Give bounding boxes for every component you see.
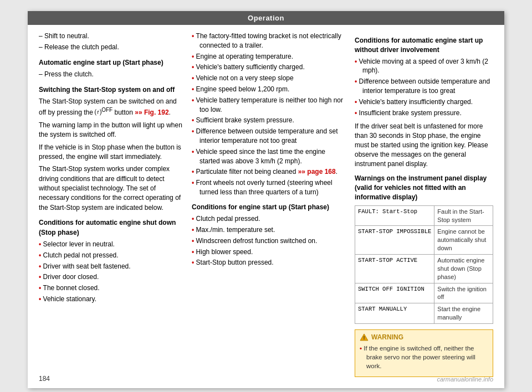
sp-bullet-2: Max./min. temperature set. — [192, 225, 346, 235]
intro-dash-items: Shift to neutral. Release the clutch ped… — [39, 32, 183, 53]
switching-section: Switching the Start-Stop system on and o… — [39, 85, 183, 213]
table-code-1: START-STOP IMPOSSIBLE — [355, 226, 434, 255]
header-bar: Operation — [28, 11, 504, 25]
switching-para-2: The warning lamp in the button will ligh… — [39, 121, 183, 140]
mid-bullet-5: Engine speed below 1,200 rpm. — [192, 85, 346, 94]
right-bullet-4: Insufficient brake system pressure. — [355, 109, 493, 118]
watermark: carmanualonline.info — [437, 376, 493, 383]
fig-ref-2: »» page 168 — [298, 168, 336, 176]
right-bullet-3: Vehicle's battery insufficiently charged… — [355, 97, 493, 107]
table-desc-3: Switch the ignition off — [434, 283, 493, 303]
start-phase-section: Conditions for engine start up (Start ph… — [192, 203, 346, 267]
stop-bullet-5: The bonnet closed. — [39, 283, 183, 293]
stop-bullet-1: Selector lever in neutral. — [39, 240, 183, 249]
start-phase-heading: Conditions for engine start up (Start ph… — [192, 203, 346, 212]
mid-bullet-2: Engine at operating temperature. — [192, 52, 346, 61]
mid-bullet-3: Vehicle's battery sufficiently charged. — [192, 63, 346, 72]
dash-item-1: Shift to neutral. — [39, 32, 183, 41]
stop-phase-heading: Conditions for automatic engine shut dow… — [39, 218, 183, 238]
right-bullet-2: Difference between outside temperature a… — [355, 77, 493, 96]
table-desc-1: Engine cannot be automatically shut down — [434, 226, 493, 255]
table-desc-2: Automatic engine shut down (Stop phase) — [434, 254, 493, 283]
mid-bullet-11: Front wheels not overly turned (steering… — [192, 178, 346, 197]
stop-bullet-4: Driver door closed. — [39, 272, 183, 282]
mid-bullet-1: The factory-fitted towing bracket is not… — [192, 32, 346, 50]
warnings-table: FAULT: Start-StopFault in the Start-Stop… — [355, 205, 493, 324]
press-clutch: Press the clutch. — [39, 70, 183, 79]
auto-start-right-heading: Conditions for automatic engine start up… — [355, 36, 493, 55]
table-row-3: SWITCH OFF IGNITIONSwitch the ignition o… — [355, 283, 493, 303]
mid-bullet-7: Sufficient brake system pressure. — [192, 116, 346, 125]
sp-bullet-1: Clutch pedal pressed. — [192, 214, 346, 224]
table-code-0: FAULT: Start-Stop — [355, 205, 434, 226]
stop-bullet-6: Vehicle stationary. — [39, 295, 183, 304]
table-code-2: START-STOP ACTIVE — [355, 254, 434, 283]
warnings-heading: Warnings on the instrument panel display… — [355, 174, 493, 202]
page: Operation Shift to neutral. Release the … — [28, 11, 504, 388]
sp-bullet-5: Start-Stop button pressed. — [192, 258, 346, 267]
sp-bullet-3: Windscreen defrost function switched on. — [192, 236, 346, 246]
header-title: Operation — [248, 14, 284, 22]
svg-text:!: ! — [364, 335, 365, 341]
switching-para-4: The Start-Stop system works under comple… — [39, 164, 183, 213]
warning-triangle-icon: ! — [360, 333, 369, 341]
mid-column: The factory-fitted towing bracket is not… — [192, 32, 346, 377]
auto-start-heading: Automatic engine start up (Start phase) — [39, 58, 183, 68]
right-column: Conditions for automatic engine start up… — [355, 32, 493, 377]
stop-phase-section: Conditions for automatic engine shut dow… — [39, 218, 183, 304]
dash-item-2: Release the clutch pedal. — [39, 43, 183, 52]
mid-bullet-4: Vehicle not on a very steep slope — [192, 74, 346, 83]
page-number: 184 — [39, 375, 50, 383]
table-code-3: SWITCH OFF IGNITION — [355, 283, 434, 303]
switching-heading: Switching the Start-Stop system on and o… — [39, 85, 183, 95]
table-code-4: START MANUALLY — [355, 303, 434, 324]
left-column: Shift to neutral. Release the clutch ped… — [39, 32, 183, 377]
table-row-1: START-STOP IMPOSSIBLEEngine cannot be au… — [355, 226, 493, 255]
fig-ref-1: »» Fig. 192 — [135, 109, 168, 116]
table-row-2: START-STOP ACTIVEAutomatic engine shut d… — [355, 254, 493, 283]
stop-bullet-2: Clutch pedal not pressed. — [39, 251, 183, 260]
sp-bullet-4: High blower speed. — [192, 247, 346, 257]
switching-para-3: If the vehicle is in Stop phase when the… — [39, 143, 183, 162]
right-bullet-1: Vehicle moving at a speed of over 3 km/h… — [355, 57, 493, 76]
mid-bullet-10: Particulate filter not being cleaned »» … — [192, 167, 346, 177]
auto-start-section: Automatic engine start up (Start phase) … — [39, 58, 183, 80]
mid-bullet-9: Vehicle speed since the last time the en… — [192, 147, 346, 166]
content-area: Shift to neutral. Release the clutch ped… — [28, 32, 504, 388]
auto-start-paragraph: If the driver seat belt is unfastened fo… — [355, 122, 493, 168]
switching-para-1: The Start-Stop system can be switched on… — [39, 97, 183, 118]
warning-label: WARNING — [371, 333, 403, 341]
table-desc-4: Start the engine manually — [434, 303, 493, 324]
mid-bullet-6: Vehicle battery temperature is neither t… — [192, 96, 346, 115]
stop-bullet-3: Driver with seat belt fastened. — [39, 262, 183, 271]
table-row-0: FAULT: Start-StopFault in the Start-Stop… — [355, 205, 493, 226]
table-row-4: START MANUALLYStart the engine manually — [355, 303, 493, 324]
warning-box-text: If the engine is switched off, neither t… — [360, 344, 488, 370]
mid-bullet-8: Difference between outside temperature a… — [192, 127, 346, 146]
warning-box: ! WARNING If the engine is switched off,… — [355, 329, 493, 377]
table-desc-0: Fault in the Start-Stop system — [434, 205, 493, 226]
warning-box-header: ! WARNING — [360, 333, 488, 341]
